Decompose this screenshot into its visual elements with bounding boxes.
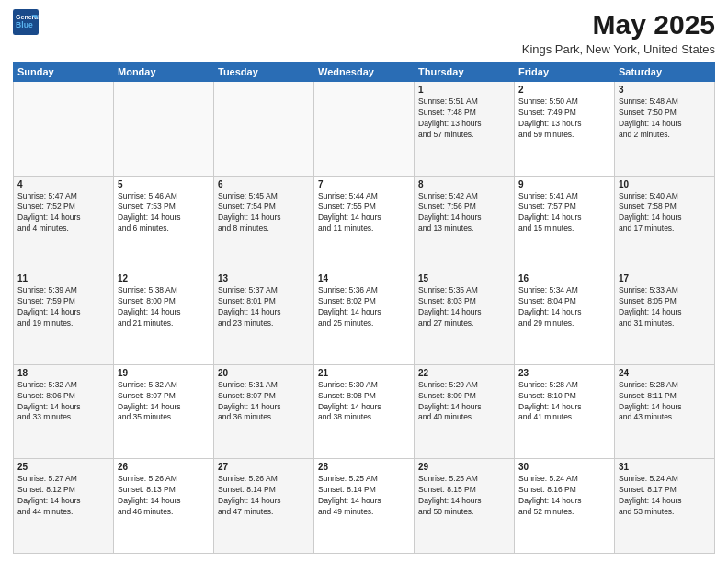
day-number: 14 (318, 273, 410, 283)
day-number: 24 (619, 368, 711, 378)
day-number: 3 (619, 85, 711, 95)
week-row-5: 25Sunrise: 5:27 AM Sunset: 8:12 PM Dayli… (14, 459, 715, 554)
week-row-1: 1Sunrise: 5:51 AM Sunset: 7:48 PM Daylig… (14, 82, 715, 177)
day-cell: 22Sunrise: 5:29 AM Sunset: 8:09 PM Dayli… (415, 364, 515, 459)
day-info: Sunrise: 5:45 AM Sunset: 7:54 PM Dayligh… (218, 191, 310, 236)
day-info: Sunrise: 5:30 AM Sunset: 8:08 PM Dayligh… (318, 380, 410, 424)
day-cell: 3Sunrise: 5:48 AM Sunset: 7:50 PM Daylig… (615, 82, 715, 177)
header-monday: Monday (114, 63, 214, 82)
day-info: Sunrise: 5:26 AM Sunset: 8:13 PM Dayligh… (118, 474, 210, 518)
header-friday: Friday (515, 63, 615, 82)
day-number: 16 (518, 273, 610, 283)
day-cell: 21Sunrise: 5:30 AM Sunset: 8:08 PM Dayli… (314, 364, 415, 459)
day-number: 9 (518, 179, 610, 190)
day-info: Sunrise: 5:25 AM Sunset: 8:14 PM Dayligh… (318, 474, 410, 518)
day-info: Sunrise: 5:33 AM Sunset: 8:05 PM Dayligh… (619, 285, 711, 329)
day-number: 19 (118, 368, 210, 378)
day-info: Sunrise: 5:32 AM Sunset: 8:06 PM Dayligh… (17, 380, 109, 424)
day-info: Sunrise: 5:26 AM Sunset: 8:14 PM Dayligh… (218, 474, 310, 518)
day-number: 26 (118, 462, 210, 472)
title-block: May 2025 Kings Park, New York, United St… (522, 9, 715, 56)
day-cell: 19Sunrise: 5:32 AM Sunset: 8:07 PM Dayli… (114, 364, 214, 459)
day-cell: 1Sunrise: 5:51 AM Sunset: 7:48 PM Daylig… (415, 82, 515, 177)
day-info: Sunrise: 5:47 AM Sunset: 7:52 PM Dayligh… (17, 191, 109, 236)
day-number: 5 (118, 179, 210, 190)
subtitle: Kings Park, New York, United States (522, 42, 715, 56)
header: General Blue May 2025 Kings Park, New Yo… (13, 9, 715, 56)
logo-icon: General Blue (13, 9, 39, 35)
day-number: 30 (518, 462, 610, 472)
day-info: Sunrise: 5:28 AM Sunset: 8:11 PM Dayligh… (619, 380, 711, 424)
week-row-2: 4Sunrise: 5:47 AM Sunset: 7:52 PM Daylig… (14, 176, 715, 270)
day-cell: 20Sunrise: 5:31 AM Sunset: 8:07 PM Dayli… (214, 364, 314, 459)
day-info: Sunrise: 5:27 AM Sunset: 8:12 PM Dayligh… (17, 474, 109, 518)
day-cell: 10Sunrise: 5:40 AM Sunset: 7:58 PM Dayli… (615, 176, 715, 270)
day-info: Sunrise: 5:44 AM Sunset: 7:55 PM Dayligh… (318, 191, 410, 236)
day-number: 22 (418, 368, 510, 378)
day-info: Sunrise: 5:41 AM Sunset: 7:57 PM Dayligh… (518, 191, 610, 236)
day-cell: 14Sunrise: 5:36 AM Sunset: 8:02 PM Dayli… (314, 270, 415, 365)
day-cell (314, 82, 415, 177)
day-info: Sunrise: 5:34 AM Sunset: 8:04 PM Dayligh… (518, 285, 610, 329)
day-info: Sunrise: 5:32 AM Sunset: 8:07 PM Dayligh… (118, 380, 210, 424)
day-cell: 15Sunrise: 5:35 AM Sunset: 8:03 PM Dayli… (415, 270, 515, 365)
day-cell: 6Sunrise: 5:45 AM Sunset: 7:54 PM Daylig… (214, 176, 314, 270)
day-cell (114, 82, 214, 177)
day-cell: 9Sunrise: 5:41 AM Sunset: 7:57 PM Daylig… (515, 176, 615, 270)
day-number: 29 (418, 462, 510, 472)
day-info: Sunrise: 5:46 AM Sunset: 7:53 PM Dayligh… (118, 191, 210, 236)
header-wednesday: Wednesday (314, 63, 415, 82)
day-number: 17 (619, 273, 711, 283)
week-row-3: 11Sunrise: 5:39 AM Sunset: 7:59 PM Dayli… (14, 270, 715, 365)
day-cell: 4Sunrise: 5:47 AM Sunset: 7:52 PM Daylig… (14, 176, 114, 270)
day-number: 28 (318, 462, 410, 472)
day-info: Sunrise: 5:51 AM Sunset: 7:48 PM Dayligh… (418, 97, 510, 141)
day-info: Sunrise: 5:36 AM Sunset: 8:02 PM Dayligh… (318, 285, 410, 329)
day-info: Sunrise: 5:50 AM Sunset: 7:49 PM Dayligh… (518, 97, 610, 141)
day-number: 23 (518, 368, 610, 378)
day-number: 10 (619, 179, 711, 190)
day-number: 27 (218, 462, 310, 472)
day-cell: 5Sunrise: 5:46 AM Sunset: 7:53 PM Daylig… (114, 176, 214, 270)
day-cell: 8Sunrise: 5:42 AM Sunset: 7:56 PM Daylig… (415, 176, 515, 270)
day-number: 31 (619, 462, 711, 472)
header-tuesday: Tuesday (214, 63, 314, 82)
day-cell: 7Sunrise: 5:44 AM Sunset: 7:55 PM Daylig… (314, 176, 415, 270)
day-info: Sunrise: 5:24 AM Sunset: 8:17 PM Dayligh… (619, 474, 711, 518)
week-row-4: 18Sunrise: 5:32 AM Sunset: 8:06 PM Dayli… (14, 364, 715, 459)
day-info: Sunrise: 5:37 AM Sunset: 8:01 PM Dayligh… (218, 285, 310, 329)
day-number: 8 (418, 179, 510, 190)
day-info: Sunrise: 5:42 AM Sunset: 7:56 PM Dayligh… (418, 191, 510, 236)
day-number: 18 (17, 368, 109, 378)
day-number: 2 (518, 85, 610, 95)
header-thursday: Thursday (415, 63, 515, 82)
day-number: 1 (418, 85, 510, 95)
day-info: Sunrise: 5:39 AM Sunset: 7:59 PM Dayligh… (17, 285, 109, 329)
main-title: May 2025 (522, 9, 715, 40)
day-number: 7 (318, 179, 410, 190)
day-number: 15 (418, 273, 510, 283)
day-number: 13 (218, 273, 310, 283)
day-info: Sunrise: 5:38 AM Sunset: 8:00 PM Dayligh… (118, 285, 210, 329)
header-saturday: Saturday (615, 63, 715, 82)
day-cell: 28Sunrise: 5:25 AM Sunset: 8:14 PM Dayli… (314, 459, 415, 554)
day-info: Sunrise: 5:48 AM Sunset: 7:50 PM Dayligh… (619, 97, 711, 141)
day-info: Sunrise: 5:25 AM Sunset: 8:15 PM Dayligh… (418, 474, 510, 518)
day-number: 12 (118, 273, 210, 283)
day-cell: 17Sunrise: 5:33 AM Sunset: 8:05 PM Dayli… (615, 270, 715, 365)
calendar-header-row: Sunday Monday Tuesday Wednesday Thursday… (14, 63, 715, 82)
day-cell: 12Sunrise: 5:38 AM Sunset: 8:00 PM Dayli… (114, 270, 214, 365)
day-number: 21 (318, 368, 410, 378)
logo: General Blue (13, 9, 39, 35)
svg-text:Blue: Blue (16, 20, 33, 29)
calendar-table: Sunday Monday Tuesday Wednesday Thursday… (13, 62, 715, 554)
header-sunday: Sunday (14, 63, 114, 82)
day-info: Sunrise: 5:31 AM Sunset: 8:07 PM Dayligh… (218, 380, 310, 424)
day-number: 11 (17, 273, 109, 283)
day-info: Sunrise: 5:29 AM Sunset: 8:09 PM Dayligh… (418, 380, 510, 424)
day-info: Sunrise: 5:24 AM Sunset: 8:16 PM Dayligh… (518, 474, 610, 518)
day-cell: 11Sunrise: 5:39 AM Sunset: 7:59 PM Dayli… (14, 270, 114, 365)
day-cell: 25Sunrise: 5:27 AM Sunset: 8:12 PM Dayli… (14, 459, 114, 554)
day-cell: 13Sunrise: 5:37 AM Sunset: 8:01 PM Dayli… (214, 270, 314, 365)
day-cell: 30Sunrise: 5:24 AM Sunset: 8:16 PM Dayli… (515, 459, 615, 554)
